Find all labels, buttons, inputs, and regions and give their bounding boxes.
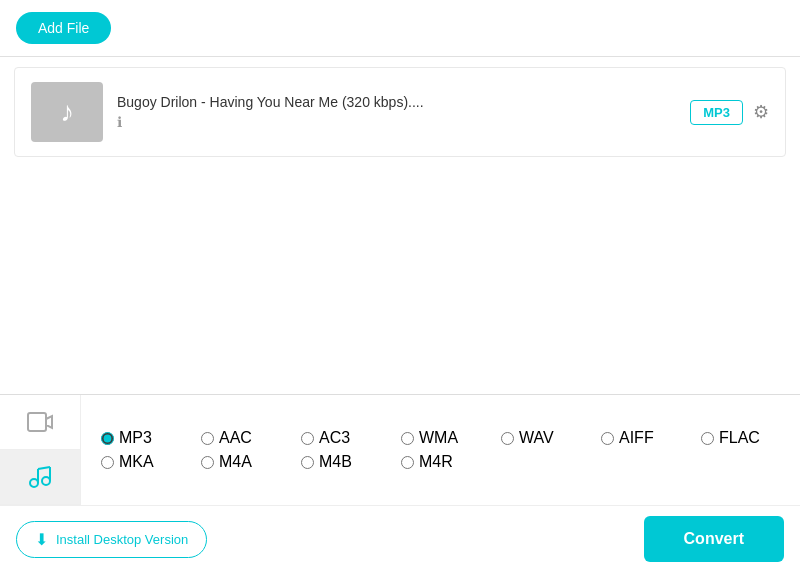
format-option-ac3[interactable]: AC3: [301, 429, 401, 447]
svg-marker-1: [46, 416, 52, 428]
label-ac3: AC3: [319, 429, 350, 447]
label-flac: FLAC: [719, 429, 760, 447]
file-item: ♪ Bugoy Drilon - Having You Near Me (320…: [14, 67, 786, 157]
bottom-panel: MP3 AAC AC3 WMA WAV: [0, 394, 800, 572]
format-option-flac[interactable]: FLAC: [701, 429, 800, 447]
format-option-aiff[interactable]: AIFF: [601, 429, 701, 447]
format-option-wma[interactable]: WMA: [401, 429, 501, 447]
format-option-m4b[interactable]: M4B: [301, 453, 401, 471]
add-file-button[interactable]: Add File: [16, 12, 111, 44]
format-row-2: MKA M4A M4B M4R: [101, 453, 800, 471]
label-mp3: MP3: [119, 429, 152, 447]
svg-line-5: [38, 467, 50, 469]
file-actions: MP3 ⚙: [690, 100, 769, 125]
radio-mka[interactable]: [101, 456, 114, 469]
label-m4r: M4R: [419, 453, 453, 471]
action-bar: ⬇ Install Desktop Version Convert: [0, 506, 800, 572]
top-bar: Add File: [0, 0, 800, 57]
format-option-mka[interactable]: MKA: [101, 453, 201, 471]
download-icon: ⬇: [35, 530, 48, 549]
install-label: Install Desktop Version: [56, 532, 188, 547]
radio-aac[interactable]: [201, 432, 214, 445]
radio-m4a[interactable]: [201, 456, 214, 469]
format-panel: MP3 AAC AC3 WMA WAV: [0, 395, 800, 506]
radio-m4r[interactable]: [401, 456, 414, 469]
format-option-m4a[interactable]: M4A: [201, 453, 301, 471]
label-m4b: M4B: [319, 453, 352, 471]
svg-point-2: [30, 479, 38, 487]
install-desktop-button[interactable]: ⬇ Install Desktop Version: [16, 521, 207, 558]
tab-video[interactable]: [0, 395, 80, 450]
svg-point-3: [42, 477, 50, 485]
format-option-aac[interactable]: AAC: [201, 429, 301, 447]
label-m4a: M4A: [219, 453, 252, 471]
format-option-wav[interactable]: WAV: [501, 429, 601, 447]
label-wav: WAV: [519, 429, 554, 447]
format-row-1: MP3 AAC AC3 WMA WAV: [101, 429, 800, 447]
label-aac: AAC: [219, 429, 252, 447]
format-option-mp3[interactable]: MP3: [101, 429, 201, 447]
radio-wma[interactable]: [401, 432, 414, 445]
tab-audio[interactable]: [0, 450, 80, 505]
file-info: Bugoy Drilon - Having You Near Me (320 k…: [103, 94, 690, 131]
format-options: MP3 AAC AC3 WMA WAV: [81, 395, 800, 505]
info-icon[interactable]: ℹ: [117, 114, 122, 130]
radio-m4b[interactable]: [301, 456, 314, 469]
music-note-icon: ♪: [60, 96, 74, 128]
video-tab-icon: [26, 408, 54, 436]
label-mka: MKA: [119, 453, 154, 471]
label-wma: WMA: [419, 429, 458, 447]
format-badge[interactable]: MP3: [690, 100, 743, 125]
radio-flac[interactable]: [701, 432, 714, 445]
format-tabs: [0, 395, 81, 505]
label-aiff: AIFF: [619, 429, 654, 447]
svg-rect-0: [28, 413, 46, 431]
main-content: ♪ Bugoy Drilon - Having You Near Me (320…: [0, 57, 800, 394]
radio-aiff[interactable]: [601, 432, 614, 445]
file-thumbnail: ♪: [31, 82, 103, 142]
convert-button[interactable]: Convert: [644, 516, 784, 562]
format-option-m4r[interactable]: M4R: [401, 453, 501, 471]
radio-wav[interactable]: [501, 432, 514, 445]
radio-ac3[interactable]: [301, 432, 314, 445]
file-name: Bugoy Drilon - Having You Near Me (320 k…: [117, 94, 676, 110]
audio-tab-icon: [26, 463, 54, 491]
settings-icon[interactable]: ⚙: [753, 101, 769, 123]
radio-mp3[interactable]: [101, 432, 114, 445]
